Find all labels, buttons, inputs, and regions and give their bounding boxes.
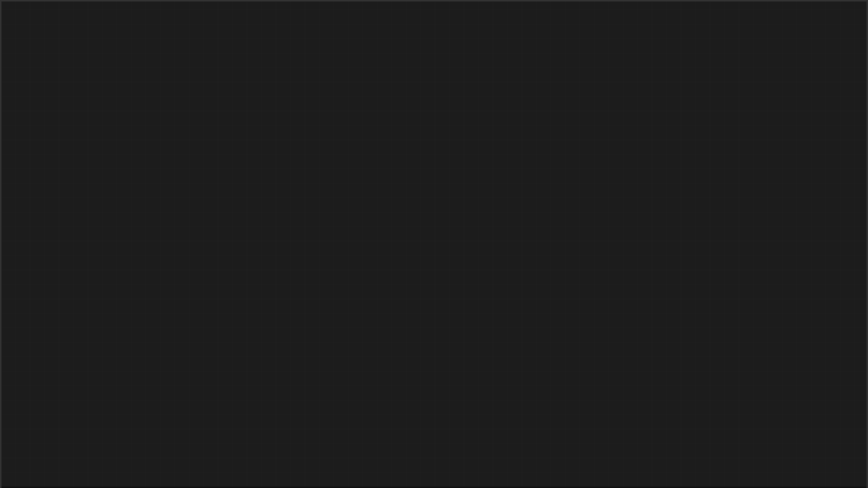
- background-pattern: [1, 1, 867, 487]
- main-window: Dead Island 2 v1.3 Epic Games Store +13 …: [0, 0, 868, 488]
